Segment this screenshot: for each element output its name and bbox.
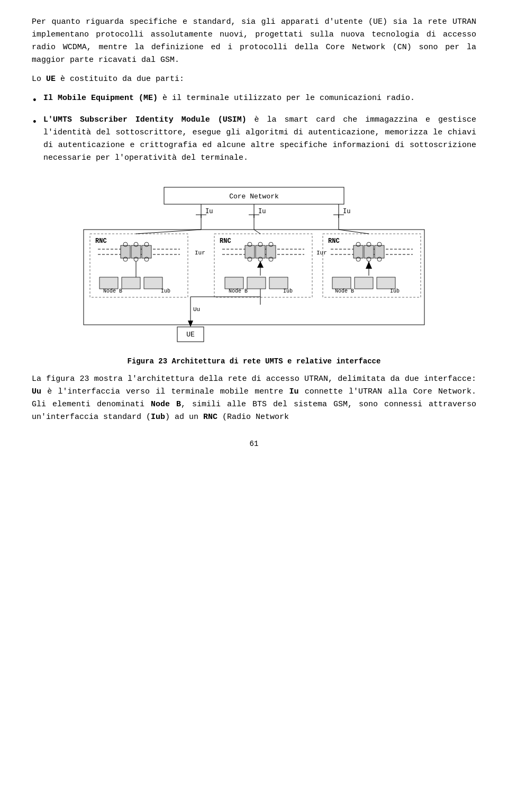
p3-uu: Uu xyxy=(32,387,41,396)
text-costituito: è costituito da due parti: xyxy=(56,75,184,84)
p3-iu: Iu xyxy=(289,387,298,396)
svg-rect-32 xyxy=(266,245,276,258)
page-number: 61 xyxy=(32,440,476,448)
rnc-label-center: RNC xyxy=(220,238,231,245)
iu-label-right: Iu xyxy=(343,208,350,215)
svg-rect-14 xyxy=(121,245,130,258)
arrow-down-ue xyxy=(188,321,193,327)
p3-end3: (Radio Network xyxy=(217,413,289,422)
bullet-text-1: Il Mobile Equipment (ME) è il terminale … xyxy=(43,92,476,105)
arrow-up-right xyxy=(366,261,372,269)
bullet-dot-1: • xyxy=(32,93,43,108)
svg-rect-15 xyxy=(131,245,141,258)
text-ue-bold: UE xyxy=(46,75,56,84)
bullet2-bold: L'UMTS Subscriber Identity Module (USIM) xyxy=(43,115,247,124)
svg-rect-40 xyxy=(225,277,243,289)
ue-label: UE xyxy=(186,331,195,339)
p3-mid: è l'interfaccia verso il terminale mobil… xyxy=(41,387,289,396)
svg-line-63 xyxy=(136,230,201,234)
figure-caption: Figura 23 Architettura di rete UMTS e re… xyxy=(32,357,476,366)
paragraph-2-intro: Lo UE è costituito da due parti: xyxy=(32,73,476,86)
uu-label: Uu xyxy=(193,306,200,313)
svg-line-65 xyxy=(339,230,369,234)
iu-label-center: Iu xyxy=(258,208,266,215)
svg-rect-24 xyxy=(122,277,140,289)
svg-rect-41 xyxy=(247,277,266,289)
bullet1-bold: Il Mobile Equipment (ME) xyxy=(43,94,158,103)
svg-rect-58 xyxy=(377,277,395,289)
svg-rect-25 xyxy=(144,277,162,289)
arrow-up-center xyxy=(257,261,264,268)
text-lo: Lo xyxy=(32,75,46,84)
svg-rect-56 xyxy=(332,277,351,289)
iub-label-center: Iub xyxy=(283,288,293,294)
bullet-dot-2: • xyxy=(32,115,43,130)
svg-rect-46 xyxy=(353,245,363,258)
p3-rnc: RNC xyxy=(203,413,217,422)
bullet-text-2: L'UMTS Subscriber Identity Module (USIM)… xyxy=(43,114,476,165)
bullet1-text: è il terminale utilizzato per le comunic… xyxy=(158,94,415,103)
paragraph-3: La figura 23 mostra l'architettura della… xyxy=(32,373,476,424)
iub-label-left: Iub xyxy=(161,288,170,294)
svg-rect-57 xyxy=(355,277,373,289)
p3-start: La figura 23 mostra l'architettura della… xyxy=(32,375,476,384)
svg-rect-31 xyxy=(256,245,265,258)
svg-rect-48 xyxy=(375,245,384,258)
svg-rect-16 xyxy=(142,245,151,258)
iur-label-right: Iur xyxy=(316,250,327,256)
rnc-label-right: RNC xyxy=(328,238,340,245)
figure-caption-bold: Figura 23 Architettura di rete UMTS e re… xyxy=(128,357,381,366)
p3-iub: Iub xyxy=(151,413,165,422)
bullet-section: Lo UE è costituito da due parti: • Il Mo… xyxy=(32,73,476,165)
iur-label-left: Iur xyxy=(195,250,205,256)
iub-label-right: Iub xyxy=(390,288,400,294)
paragraph-1: Per quanto riguarda specifiche e standar… xyxy=(32,16,476,67)
p3-nodeb: Node B xyxy=(151,400,181,409)
nodeb-label-center: Node B xyxy=(229,288,248,294)
bullet-item-2: • L'UMTS Subscriber Identity Module (USI… xyxy=(32,114,476,165)
svg-line-64 xyxy=(254,230,260,234)
bullet-item-1: • Il Mobile Equipment (ME) è il terminal… xyxy=(32,92,476,108)
nodeb-label-left: Node B xyxy=(103,288,122,294)
iu-label-left: Iu xyxy=(205,208,213,215)
svg-rect-47 xyxy=(364,245,374,258)
svg-rect-30 xyxy=(245,245,255,258)
rnc-label-left: RNC xyxy=(95,238,107,245)
architecture-diagram: Core Network Iu Iu Iu RNC xyxy=(74,180,434,350)
nodeb-label-right: Node B xyxy=(335,288,354,294)
svg-rect-23 xyxy=(99,277,118,289)
diagram-container: Core Network Iu Iu Iu RNC xyxy=(74,180,434,350)
svg-rect-42 xyxy=(269,277,288,289)
core-network-label: Core Network xyxy=(229,193,279,200)
p3-end2: ) ad un xyxy=(165,413,203,422)
